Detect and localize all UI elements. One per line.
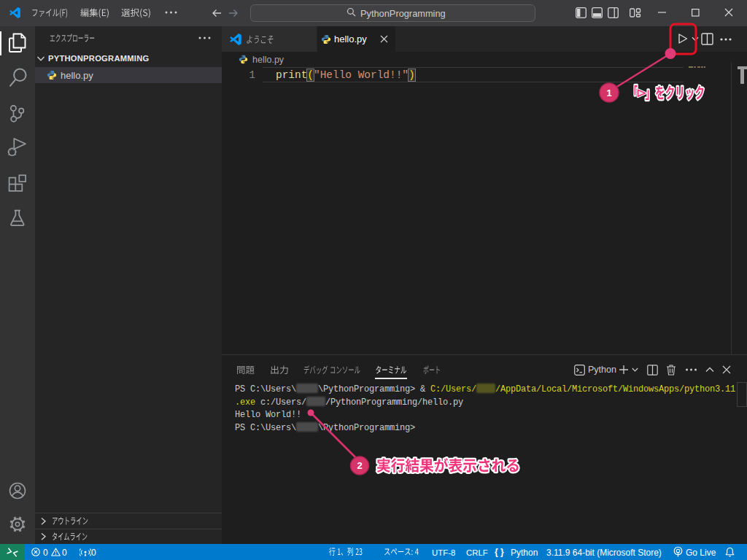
svg-text:2: 2 bbox=[357, 460, 362, 471]
svg-text:1: 1 bbox=[606, 88, 611, 98]
